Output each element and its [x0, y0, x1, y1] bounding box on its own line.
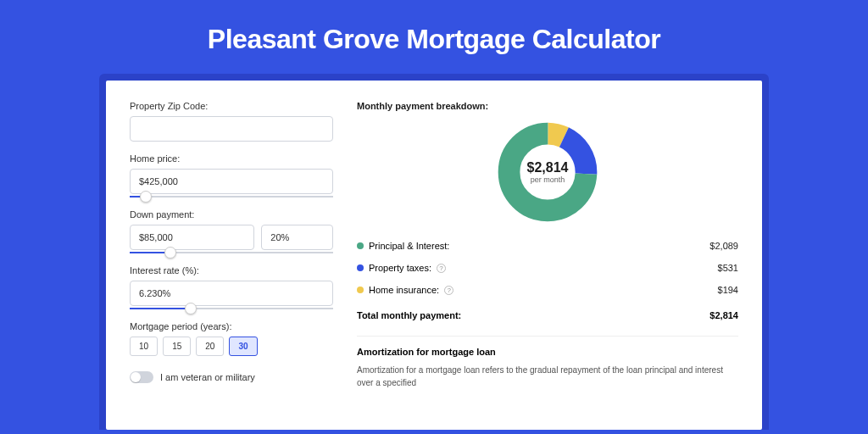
down-payment-label: Down payment:: [130, 209, 333, 220]
field-home-price: Home price:: [130, 153, 333, 198]
legend-value: $194: [718, 285, 738, 295]
legend-dot: [357, 264, 364, 271]
toggle-knob: [131, 372, 141, 382]
zip-label: Property Zip Code:: [130, 101, 333, 111]
legend-label: Principal & Interest:: [369, 241, 449, 251]
breakdown-title: Monthly payment breakdown:: [357, 101, 738, 111]
legend-row-insurance: Home insurance:?$194: [357, 279, 738, 301]
home-price-input[interactable]: [130, 169, 333, 194]
total-row: Total monthly payment: $2,814: [357, 303, 738, 327]
help-icon[interactable]: ?: [437, 264, 446, 273]
period-button-15[interactable]: 15: [163, 337, 191, 356]
form-panel: Property Zip Code: Home price: Down paym…: [130, 101, 333, 409]
period-button-10[interactable]: 10: [130, 337, 158, 356]
calculator-card: Property Zip Code: Home price: Down paym…: [106, 81, 762, 430]
amortization-title: Amortization for mortgage loan: [357, 347, 738, 357]
interest-label: Interest rate (%):: [130, 265, 333, 275]
page-title: Pleasant Grove Mortgage Calculator: [0, 0, 868, 74]
zip-input[interactable]: [130, 116, 333, 142]
total-label: Total monthly payment:: [357, 310, 461, 320]
period-buttons: 10152030: [130, 337, 333, 356]
period-button-30[interactable]: 30: [229, 337, 257, 356]
slider-thumb[interactable]: [185, 303, 197, 314]
veteran-label: I am veteran or military: [160, 372, 255, 382]
interest-input[interactable]: [130, 281, 333, 306]
period-button-20[interactable]: 20: [196, 337, 224, 356]
field-down-payment: Down payment:: [130, 209, 333, 253]
field-period: Mortgage period (years): 10152030: [130, 321, 333, 356]
amortization-text: Amortization for a mortgage loan refers …: [357, 364, 738, 389]
legend-row-principal: Principal & Interest:$2,089: [357, 235, 738, 257]
down-payment-pct-input[interactable]: [261, 225, 333, 250]
legend-dot: [357, 242, 364, 249]
slider-thumb[interactable]: [140, 191, 152, 203]
legend-row-taxes: Property taxes:?$531: [357, 257, 738, 279]
field-interest: Interest rate (%):: [130, 265, 333, 309]
legend-label: Property taxes:: [369, 263, 431, 273]
help-icon[interactable]: ?: [444, 286, 453, 295]
legend-value: $2,089: [709, 241, 738, 251]
veteran-row: I am veteran or military: [130, 371, 333, 383]
down-payment-input[interactable]: [130, 225, 254, 250]
interest-slider[interactable]: [130, 308, 333, 309]
donut-center: $2,814 per month: [497, 121, 598, 223]
card-shadow: Property Zip Code: Home price: Down paym…: [99, 74, 769, 430]
period-label: Mortgage period (years):: [130, 321, 333, 331]
home-price-label: Home price:: [130, 153, 333, 164]
legend-value: $531: [718, 263, 738, 273]
total-value: $2,814: [709, 310, 738, 320]
legend-label: Home insurance:: [369, 285, 439, 295]
donut-chart: $2,814 per month: [497, 121, 598, 223]
home-price-slider[interactable]: [130, 196, 333, 198]
veteran-toggle[interactable]: [130, 371, 153, 383]
amortization-section: Amortization for mortgage loan Amortizat…: [357, 336, 738, 389]
donut-amount: $2,814: [527, 160, 569, 175]
breakdown-panel: Monthly payment breakdown: $2,814 per mo…: [357, 101, 738, 409]
donut-sub: per month: [531, 175, 565, 184]
down-payment-slider[interactable]: [130, 252, 333, 253]
field-zip: Property Zip Code:: [130, 101, 333, 142]
legend-dot: [357, 287, 364, 293]
donut-wrap: $2,814 per month: [357, 121, 738, 223]
slider-thumb[interactable]: [164, 247, 176, 259]
legend: Principal & Interest:$2,089Property taxe…: [357, 235, 738, 301]
